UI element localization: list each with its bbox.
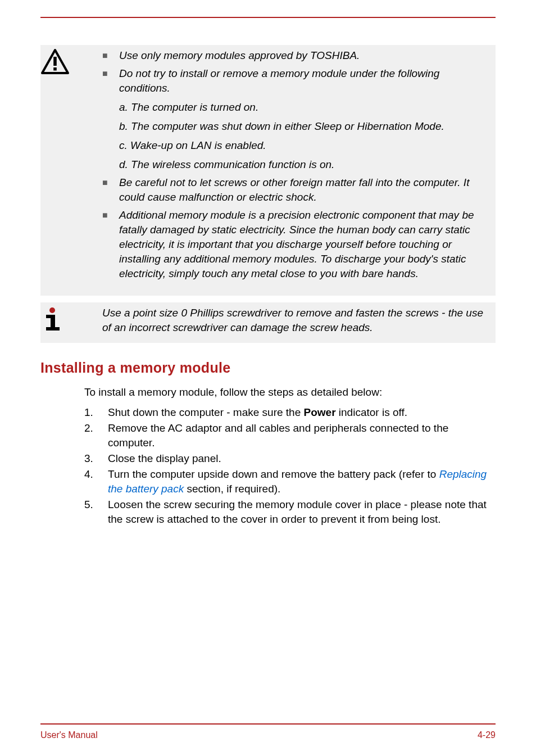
step-text: Loosen the screw securing the memory mod… — [108, 497, 496, 527]
warning-bullet: ■ Do not try to install or remove a memo… — [102, 66, 490, 96]
step-item: 3. Close the display panel. — [84, 451, 496, 466]
bullet-icon: ■ — [102, 208, 119, 223]
svg-rect-2 — [53, 67, 57, 71]
power-indicator-bold: Power — [304, 406, 336, 418]
step-text: Shut down the computer - make sure the P… — [108, 405, 496, 420]
step-text: Turn the computer upside down and remove… — [108, 467, 496, 496]
step-text: Close the display panel. — [108, 451, 496, 466]
step-number: 4. — [84, 467, 108, 482]
step-number: 5. — [84, 497, 108, 512]
step-text: Remove the AC adaptor and all cables and… — [108, 421, 496, 450]
step-number: 2. — [84, 421, 108, 436]
warning-icon-cell — [40, 45, 97, 75]
bullet-text: Do not try to install or remove a memory… — [119, 66, 490, 96]
footer-left: User's Manual — [40, 730, 98, 740]
step-number: 3. — [84, 451, 108, 466]
step-item: 5. Loosen the screw securing the memory … — [84, 497, 496, 527]
page-footer: User's Manual 4-29 — [40, 723, 496, 740]
warning-bullet: ■ Be careful not to let screws or other … — [102, 175, 490, 205]
info-icon — [40, 306, 64, 333]
bullet-icon: ■ — [102, 48, 119, 63]
bullet-icon: ■ — [102, 66, 119, 81]
bottom-rule — [40, 723, 496, 725]
step-item: 1. Shut down the computer - make sure th… — [84, 405, 496, 420]
section-heading: Installing a memory module — [40, 360, 496, 376]
section-intro: To install a memory module, follow the s… — [84, 385, 496, 400]
step-item: 2. Remove the AC adaptor and all cables … — [84, 421, 496, 450]
step-number: 1. — [84, 405, 108, 420]
svg-rect-6 — [46, 327, 60, 331]
svg-rect-1 — [53, 57, 57, 66]
step-item: 4. Turn the computer upside down and rem… — [84, 467, 496, 496]
warning-triangle-icon — [40, 48, 70, 75]
bullet-text: Additional memory module is a precision … — [119, 208, 490, 281]
warning-sub-condition: c. Wake-up on LAN is enabled. — [119, 137, 490, 154]
info-callout: Use a point size 0 Phillips screwdriver … — [40, 302, 496, 343]
warning-callout: ■ Use only memory modules approved by TO… — [40, 45, 496, 296]
svg-point-3 — [49, 307, 55, 313]
footer-right: 4-29 — [478, 730, 496, 740]
warning-sub-condition: a. The computer is turned on. — [119, 99, 490, 116]
warning-sub-condition: d. The wireless communication function i… — [119, 156, 490, 173]
bullet-text: Be careful not to let screws or other fo… — [119, 175, 490, 205]
top-rule — [40, 17, 496, 18]
info-icon-cell — [40, 302, 97, 333]
footer-row: User's Manual 4-29 — [40, 730, 496, 740]
warning-bullet: ■ Use only memory modules approved by TO… — [102, 48, 490, 63]
warning-bullet: ■ Additional memory module is a precisio… — [102, 208, 490, 281]
main-content: ■ Use only memory modules approved by TO… — [40, 45, 496, 528]
warning-sub-condition: b. The computer was shut down in either … — [119, 118, 490, 135]
warning-content: ■ Use only memory modules approved by TO… — [97, 45, 496, 296]
bullet-text: Use only memory modules approved by TOSH… — [119, 48, 490, 63]
svg-rect-5 — [51, 315, 55, 328]
bullet-icon: ■ — [102, 175, 119, 190]
info-text: Use a point size 0 Phillips screwdriver … — [97, 302, 496, 343]
